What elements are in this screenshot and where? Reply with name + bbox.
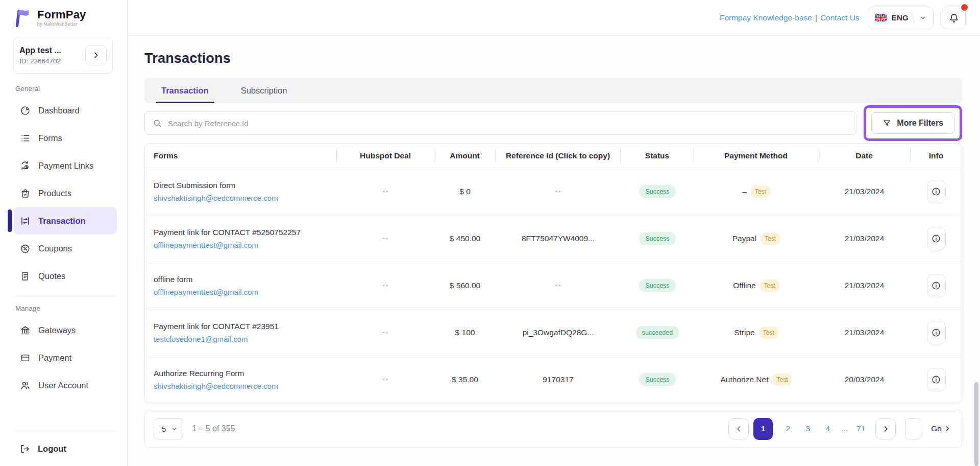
contact-us-link[interactable]: Contact Us <box>820 13 860 22</box>
sidebar-item-user-account[interactable]: User Account <box>14 371 117 399</box>
sidebar-item-dashboard[interactable]: Dashboard <box>14 97 117 124</box>
sidebar-item-payment-links[interactable]: Payment Links <box>14 152 117 179</box>
test-mode-badge: Test <box>751 185 770 198</box>
dashboard-icon <box>19 105 31 116</box>
notifications-button[interactable] <box>942 7 966 29</box>
page-number[interactable]: 4 <box>818 424 838 433</box>
column-header-date: Date <box>818 149 911 162</box>
submitter-email-link[interactable]: offlinepaymenttest@gmail.com <box>154 241 258 249</box>
language-value: ENG <box>892 13 909 22</box>
scrollbar-thumb[interactable] <box>974 382 978 466</box>
submitter-email-link[interactable]: testclosedone1@gmail.com <box>154 335 248 343</box>
sidebar: FormPay by MakeWebBetter App test ... ID… <box>0 0 128 466</box>
tab-subscription[interactable]: Subscription <box>241 78 287 103</box>
page-number[interactable]: 2 <box>778 424 798 433</box>
sidebar-item-coupons[interactable]: Coupons <box>14 235 117 262</box>
results-range: 1 – 5 of 355 <box>192 424 235 433</box>
pagination-controls: 1 2 3 4 ... 71 Go <box>728 418 951 440</box>
page-number-active[interactable]: 1 <box>753 418 773 440</box>
payment-links-icon <box>19 160 31 171</box>
date-value: 21/03/2024 <box>845 234 885 243</box>
column-header-info: Info <box>911 149 962 162</box>
language-selector[interactable]: ENG <box>868 7 934 29</box>
previous-page-button[interactable] <box>728 418 749 439</box>
next-page-button[interactable] <box>875 418 896 439</box>
sidebar-item-gateways[interactable]: Gateways <box>14 316 117 344</box>
top-header: Formpay Knowledge-base|Contact Us ENG <box>128 0 980 36</box>
reference-id-value[interactable]: pi_3OwgafDQ28G... <box>523 328 594 337</box>
submitter-email-link[interactable]: shivshaktisingh@cedcommerce.com <box>154 382 278 390</box>
submitter-email-link[interactable]: offlinepaymenttest@gmail.com <box>154 288 258 296</box>
bank-icon <box>19 324 31 336</box>
info-icon <box>931 281 941 291</box>
reference-id-value[interactable]: -- <box>555 281 561 290</box>
table-row: Payment link for CONTACT #23951 testclos… <box>145 309 962 356</box>
sidebar-item-label: Gateways <box>38 325 76 335</box>
sidebar-item-transaction[interactable]: Transaction <box>14 207 117 235</box>
window-scrollbar[interactable] <box>973 0 980 466</box>
reference-id-value[interactable]: 9170317 <box>543 375 573 384</box>
page-number[interactable]: 3 <box>798 424 818 433</box>
knowledge-base-link[interactable]: Formpay Knowledge-base <box>720 13 812 22</box>
pagination-left: 5 1 – 5 of 355 <box>154 418 235 439</box>
reference-id-value[interactable]: -- <box>555 187 561 196</box>
go-label-text: Go <box>931 424 942 433</box>
info-icon <box>931 187 941 197</box>
hubspot-deal-value: -- <box>383 234 389 243</box>
reference-id-value[interactable]: 8FT75047YW4009... <box>522 234 595 243</box>
app-selector-card[interactable]: App test ... ID: 23664702 <box>13 37 113 74</box>
credit-card-icon <box>19 352 31 363</box>
search-icon <box>153 119 162 128</box>
amount-value: $ 450.00 <box>450 234 480 243</box>
payment-method-value: Stripe <box>734 328 755 337</box>
row-info-button[interactable] <box>927 368 946 391</box>
column-header-status: Status <box>621 149 694 162</box>
chevron-right-icon <box>882 425 890 433</box>
more-filters-button[interactable]: More Filters <box>871 112 954 134</box>
pagination-bar: 5 1 – 5 of 355 1 2 3 4 ... <box>144 410 962 448</box>
rows-per-page-select[interactable]: 5 <box>154 418 183 439</box>
tab-transaction[interactable]: Transaction <box>161 78 209 103</box>
filter-icon <box>883 119 891 128</box>
search-box <box>144 111 856 135</box>
go-button[interactable]: Go <box>931 424 951 433</box>
formpay-logo-icon <box>14 8 33 29</box>
search-input[interactable] <box>168 119 848 128</box>
row-info-button[interactable] <box>927 227 946 250</box>
sidebar-item-products[interactable]: Products <box>14 179 117 207</box>
page-number-last[interactable]: 71 <box>851 424 871 433</box>
info-icon <box>931 234 941 244</box>
sidebar-item-forms[interactable]: Forms <box>14 124 117 152</box>
date-value: 21/03/2024 <box>845 187 885 196</box>
hubspot-deal-value: -- <box>383 281 389 290</box>
row-info-button[interactable] <box>927 180 946 203</box>
sidebar-item-label: Payment <box>38 353 71 363</box>
chevron-down-icon <box>919 14 926 21</box>
status-badge: Success <box>639 279 675 292</box>
app-window: FormPay by MakeWebBetter App test ... ID… <box>0 0 980 466</box>
sidebar-item-quotes[interactable]: Quotes <box>14 262 117 290</box>
test-mode-badge: Test <box>759 327 778 339</box>
column-header-forms: Forms <box>145 149 337 162</box>
test-mode-badge: Test <box>760 279 779 292</box>
quotes-icon <box>19 270 31 282</box>
sidebar-item-label: User Account <box>38 381 88 390</box>
table-row: Payment link for CONTACT #5250752257 off… <box>145 215 962 262</box>
bell-icon <box>948 12 960 24</box>
row-info-button[interactable] <box>927 321 946 344</box>
status-badge: succeeded <box>636 326 679 339</box>
go-to-page-input[interactable] <box>905 418 921 439</box>
amount-value: $ 100 <box>455 328 475 337</box>
form-name: Payment link for CONTACT #5250752257 <box>154 228 301 237</box>
sidebar-item-payment[interactable]: Payment <box>14 344 117 371</box>
rows-per-page-value: 5 <box>162 425 166 433</box>
notification-dot <box>961 4 968 11</box>
app-expand-button[interactable] <box>85 45 107 65</box>
row-info-button[interactable] <box>927 274 946 297</box>
app-id: ID: 23664702 <box>19 57 61 65</box>
status-badge: Success <box>639 232 675 245</box>
logout-button[interactable]: Logout <box>14 436 117 461</box>
sidebar-bottom: Logout <box>0 425 127 466</box>
page-ellipsis: ... <box>838 424 851 433</box>
submitter-email-link[interactable]: shivshaktisingh@cedcommerce.com <box>154 194 278 202</box>
